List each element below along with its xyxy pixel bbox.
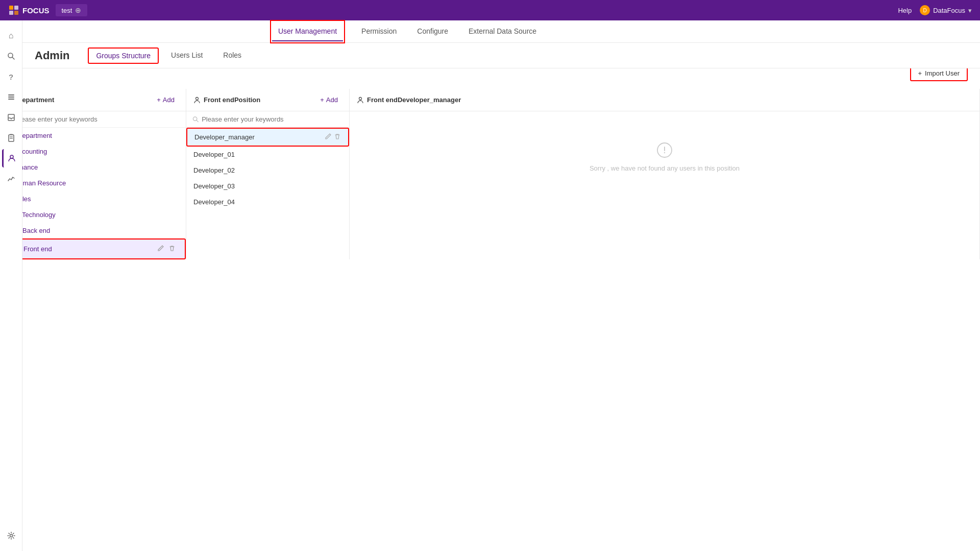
svg-point-13	[10, 155, 13, 158]
navbar: FOCUS test ⊕ Help D DataFocus ▾	[0, 0, 980, 20]
users-panel: Front endDeveloper_manager Sorry , we ha…	[350, 89, 980, 259]
svg-rect-6	[8, 94, 14, 95]
svg-line-5	[12, 57, 14, 59]
tree-item-all-department[interactable]: All Department	[0, 128, 186, 143]
tree-item-finance[interactable]: Finance	[0, 159, 186, 175]
add-tab-icon[interactable]: ⊕	[75, 6, 81, 14]
svg-rect-1	[14, 6, 18, 10]
position-item-developer-01[interactable]: Developer_01	[186, 147, 349, 162]
tab-permission[interactable]: Permission	[359, 22, 399, 41]
import-plus-icon: +	[918, 69, 922, 77]
users-panel-title: Front endDeveloper_manager	[357, 96, 461, 104]
panels-area: Department + Add All Department Accounti…	[0, 89, 980, 259]
users-panel-icon	[357, 97, 364, 104]
empty-state-message: Sorry , we have not found any users in t…	[590, 164, 740, 172]
user-menu[interactable]: D DataFocus ▾	[920, 5, 972, 15]
delete-department-button[interactable]	[167, 244, 177, 254]
current-tab[interactable]: test ⊕	[56, 4, 88, 16]
position-panel-header: Front endPosition + Add	[186, 89, 349, 111]
navbar-left: FOCUS test ⊕	[8, 4, 87, 16]
tree-item-sales[interactable]: Sales	[0, 191, 186, 207]
sidebar-item-analytics[interactable]	[2, 170, 20, 188]
position-search-input[interactable]	[202, 115, 343, 123]
help-link[interactable]: Help	[898, 7, 912, 14]
position-item-developer-04[interactable]: Developer_04	[186, 194, 349, 210]
app-logo[interactable]: FOCUS	[8, 5, 50, 16]
position-item-developer-03[interactable]: Developer_03	[186, 178, 349, 194]
empty-state-icon	[656, 142, 673, 158]
tab-external-data-source[interactable]: External Data Source	[467, 22, 538, 41]
tree-item-technology[interactable]: ⊟ Technology	[0, 207, 186, 223]
svg-point-21	[359, 97, 362, 100]
department-search-input[interactable]	[15, 115, 180, 123]
sidebar-item-home[interactable]: ⌂	[2, 27, 20, 45]
edit-department-button[interactable]	[156, 244, 165, 254]
svg-rect-7	[8, 97, 14, 98]
position-item-developer-02[interactable]: Developer_02	[186, 162, 349, 178]
tree-item-accounting[interactable]: Accounting	[0, 143, 186, 159]
position-icon	[193, 97, 201, 104]
users-empty-state: Sorry , we have not found any users in t…	[350, 111, 979, 203]
page-title: Admin	[35, 49, 69, 62]
tab-configure[interactable]: Configure	[415, 22, 450, 41]
navbar-right: Help D DataFocus ▾	[898, 5, 972, 15]
sidebar-item-clipboard[interactable]	[2, 129, 20, 147]
sidebar-item-list[interactable]	[2, 88, 20, 106]
tree-item-front-end[interactable]: Front end	[0, 238, 186, 259]
sidebar: ⌂ ?	[0, 20, 22, 259]
logo-text: FOCUS	[22, 6, 50, 15]
user-avatar-icon: D	[920, 5, 930, 15]
svg-point-18	[196, 97, 199, 100]
position-search-box	[186, 111, 349, 128]
tree-item-human-resource[interactable]: Human Resource	[0, 175, 186, 191]
position-panel-title: Front endPosition	[193, 96, 260, 104]
svg-rect-0	[9, 6, 13, 10]
svg-rect-9	[8, 114, 14, 121]
tree-item-back-end[interactable]: Back end	[0, 223, 186, 238]
delete-position-button[interactable]	[334, 133, 341, 141]
sub-tab-roles[interactable]: Roles	[215, 46, 250, 65]
sidebar-item-help[interactable]: ?	[2, 67, 20, 86]
position-add-button[interactable]: + Add	[316, 94, 342, 106]
position-panel: Front endPosition + Add Developer_manage…	[186, 89, 350, 259]
svg-rect-2	[9, 11, 13, 15]
sidebar-item-inbox[interactable]	[2, 108, 20, 127]
position-item-developer-manager[interactable]: Developer_manager	[186, 128, 349, 147]
edit-position-button[interactable]	[325, 133, 332, 141]
top-navigation: User Management Permission Configure Ext…	[22, 20, 980, 43]
department-search-box	[0, 111, 186, 128]
user-dropdown-icon: ▾	[968, 7, 972, 14]
department-add-button[interactable]: + Add	[153, 94, 179, 106]
svg-rect-8	[8, 99, 14, 100]
department-panel: Department + Add All Department Accounti…	[0, 89, 186, 259]
department-panel-header: Department + Add	[0, 89, 186, 111]
sub-tab-groups-structure[interactable]: Groups Structure	[88, 47, 159, 64]
svg-rect-3	[14, 11, 18, 15]
user-name-label: DataFocus	[933, 7, 965, 14]
sidebar-item-users[interactable]	[2, 149, 20, 167]
svg-line-20	[197, 120, 198, 122]
page-sub-area: Admin Groups Structure Users List Roles	[22, 43, 980, 68]
users-panel-header: Front endDeveloper_manager	[350, 89, 979, 111]
sub-tab-users-list[interactable]: Users List	[163, 46, 211, 65]
position-search-icon	[192, 116, 199, 123]
svg-point-24	[664, 152, 665, 153]
sidebar-item-search[interactable]	[2, 47, 20, 65]
tab-user-management[interactable]: User Management	[272, 22, 343, 41]
